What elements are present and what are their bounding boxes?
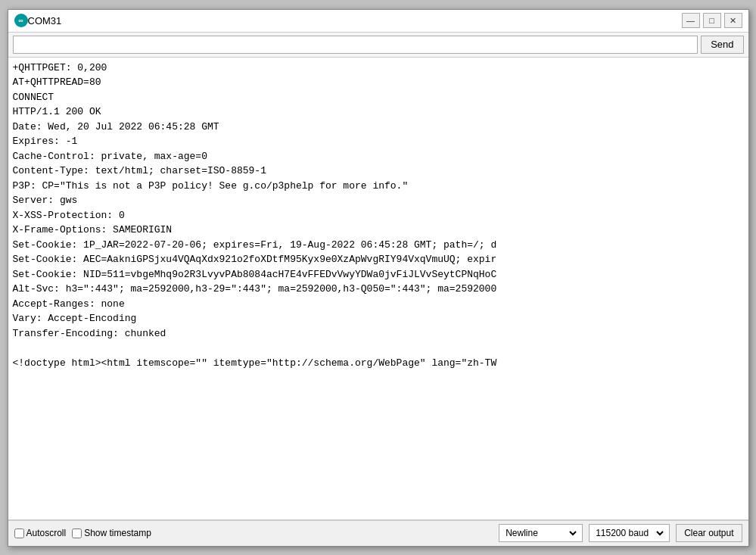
close-button[interactable]: ✕ [724, 13, 742, 28]
send-button[interactable]: Send [701, 36, 743, 54]
clear-output-button[interactable]: Clear output [676, 524, 742, 542]
timestamp-checkbox[interactable] [72, 528, 82, 538]
newline-dropdown[interactable]: NewlineNo line endingNewlineCarriage ret… [499, 524, 583, 542]
baud-select[interactable]: 300 baud1200 baud2400 baud4800 baud9600 … [593, 527, 666, 539]
command-input[interactable] [13, 36, 698, 54]
timestamp-label[interactable]: Show timestamp [72, 528, 151, 538]
serial-output[interactable]: +QHTTPGET: 0,200 AT+QHTTPREAD=80 CONNECT… [8, 58, 748, 520]
main-window: ∞ COM31 — □ ✕ Send +QHTTPGET: 0,200 AT+Q… [8, 9, 749, 547]
baud-dropdown[interactable]: 300 baud1200 baud2400 baud4800 baud9600 … [589, 524, 670, 542]
window-title: COM31 [28, 15, 682, 27]
minimize-button[interactable]: — [682, 13, 700, 28]
autoscroll-checkbox[interactable] [14, 528, 24, 538]
autoscroll-label[interactable]: Autoscroll [14, 528, 67, 538]
arduino-logo-icon: ∞ [14, 14, 28, 27]
maximize-button[interactable]: □ [703, 13, 721, 28]
input-toolbar: Send [8, 33, 748, 58]
newline-select[interactable]: NewlineNo line endingNewlineCarriage ret… [502, 527, 579, 539]
window-controls: — □ ✕ [682, 13, 742, 28]
status-bar: Autoscroll Show timestamp NewlineNo line… [8, 520, 748, 546]
title-bar: ∞ COM31 — □ ✕ [8, 10, 748, 33]
